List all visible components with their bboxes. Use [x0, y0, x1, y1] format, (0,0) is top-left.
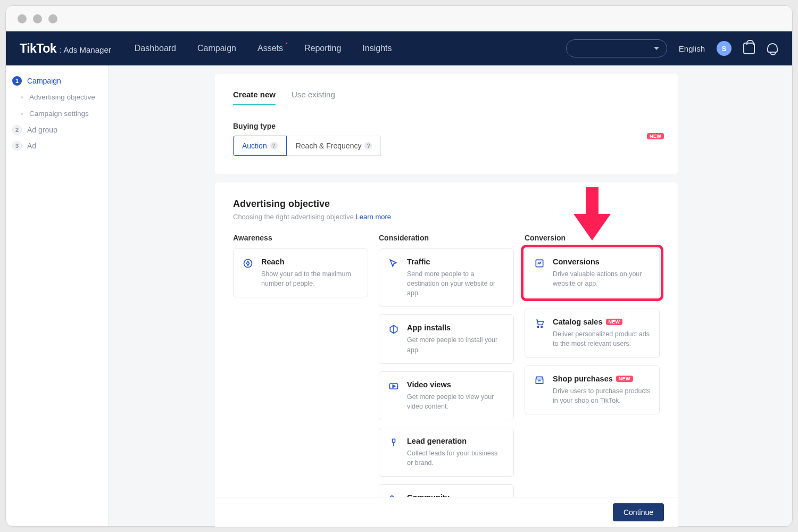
sidebar-step-campaign[interactable]: 1 Campaign [6, 73, 108, 89]
card-desc: Deliver personalized product ads to the … [553, 329, 651, 348]
objective-conversions[interactable]: Conversions Drive valuable actions on yo… [525, 248, 660, 297]
browser-window: TikTok : Ads Manager Dashboard Campaign … [5, 5, 793, 527]
tab-create-new[interactable]: Create new [233, 90, 276, 105]
col-conversion: Conversion Conversions Drive valuable ac… [525, 234, 660, 526]
info-icon[interactable]: ? [364, 142, 372, 149]
window-dot [48, 14, 57, 23]
buying-type-segmented: Auction ? Reach & Frequency ? NEW [233, 136, 660, 156]
card-desc: Drive users to purchase products in your… [553, 386, 651, 405]
logo-text: TikTok [20, 41, 56, 56]
objective-video-views[interactable]: Video views Get more people to view your… [379, 371, 514, 420]
new-badge: NEW [647, 130, 664, 140]
learn-more-link[interactable]: Learn more [356, 213, 391, 221]
sidebar-step-adgroup[interactable]: 2 Ad group [6, 122, 108, 138]
card-title: Video views [407, 380, 505, 389]
nav-campaign[interactable]: Campaign [197, 44, 236, 53]
window-titlebar [6, 6, 792, 31]
svg-point-6 [541, 327, 543, 328]
card-desc: Get more people to install your app. [407, 335, 505, 354]
page: 1 Campaign Advertising objective Campaig… [6, 65, 792, 526]
col-title: Awareness [233, 234, 368, 242]
card-title: Catalog sales NEW [553, 318, 651, 326]
continue-button[interactable]: Continue [613, 503, 664, 521]
annotation-arrow-icon [573, 187, 611, 240]
objective-catalog-sales[interactable]: Catalog sales NEW Deliver personalized p… [525, 309, 660, 358]
card-title: Traffic [407, 257, 505, 266]
lead-gen-icon [388, 437, 400, 448]
main-content: Create new Use existing Buying type Auct… [109, 65, 792, 526]
objective-traffic[interactable]: Traffic Send more people to a destinatio… [379, 248, 514, 307]
buying-auction-button[interactable]: Auction ? [233, 136, 287, 156]
nav-assets[interactable]: Assets• [257, 44, 283, 53]
nav-reporting[interactable]: Reporting [304, 44, 341, 53]
col-awareness: Awareness Reach Show your ad to the maxi… [233, 234, 368, 526]
nav-insights[interactable]: Insights [362, 44, 392, 53]
annotation-highlight: Conversions Drive valuable actions on yo… [525, 245, 660, 301]
buying-reach-button[interactable]: Reach & Frequency ? [287, 136, 381, 156]
top-nav: TikTok : Ads Manager Dashboard Campaign … [6, 31, 792, 65]
nav-right: English S [566, 39, 778, 57]
step-label: Ad group [27, 126, 57, 134]
create-tabs: Create new Use existing [233, 90, 660, 106]
reach-icon [242, 257, 254, 269]
logo[interactable]: TikTok : Ads Manager [20, 41, 111, 56]
step-number: 1 [12, 76, 22, 86]
window-dot [33, 14, 42, 23]
video-views-icon [388, 380, 400, 392]
col-consideration: Consideration Traffic Send more people t… [379, 234, 514, 526]
nav-items: Dashboard Campaign Assets• Reporting Ins… [135, 44, 392, 53]
account-select[interactable] [566, 39, 667, 57]
assets-notification-dot: • [285, 40, 287, 46]
buying-type-label: Buying type [233, 122, 660, 130]
annotation-box: Conversions Drive valuable actions on yo… [521, 245, 663, 301]
notifications-icon[interactable] [767, 43, 778, 54]
card-desc: Drive valuable actions on your website o… [553, 269, 651, 288]
svg-point-5 [537, 327, 539, 328]
sidebar-step-ad[interactable]: 3 Ad [6, 138, 108, 154]
new-badge: NEW [606, 319, 623, 325]
info-icon[interactable]: ? [270, 142, 278, 149]
business-center-icon[interactable] [743, 43, 755, 54]
objective-card: Advertising objective Choosing the right… [215, 182, 678, 526]
traffic-icon [388, 257, 400, 269]
card-desc: Send more people to a destination on you… [407, 269, 505, 298]
step-label: Campaign [27, 77, 61, 85]
card-title: Reach [261, 257, 359, 266]
card-title: Shop purchases NEW [553, 375, 651, 383]
card-title: App installs [407, 323, 505, 332]
buying-card: Create new Use existing Buying type Auct… [215, 74, 678, 174]
catalog-sales-icon [534, 318, 545, 329]
objective-grid: Awareness Reach Show your ad to the maxi… [233, 234, 660, 526]
language-select[interactable]: English [679, 44, 705, 53]
sidebar-sub-objective[interactable]: Advertising objective [6, 89, 108, 105]
window-dot [18, 14, 27, 23]
card-desc: Show your ad to the maximum number of pe… [261, 269, 359, 288]
sidebar: 1 Campaign Advertising objective Campaig… [6, 65, 109, 526]
tab-use-existing[interactable]: Use existing [292, 90, 335, 105]
card-title: Lead generation [407, 437, 505, 445]
continue-bar: Continue [215, 497, 678, 527]
app-installs-icon [388, 323, 400, 335]
conversions-icon [534, 257, 545, 269]
objective-reach[interactable]: Reach Show your ad to the maximum number… [233, 248, 368, 297]
step-number: 2 [12, 125, 22, 135]
nav-dashboard[interactable]: Dashboard [135, 44, 176, 53]
step-number: 3 [12, 141, 22, 151]
avatar[interactable]: S [717, 41, 732, 56]
step-label: Ad [27, 142, 36, 150]
objective-lead-generation[interactable]: Lead generation Collect leads for your b… [379, 428, 514, 477]
new-badge: NEW [616, 376, 633, 382]
card-desc: Collect leads for your business or brand… [407, 448, 505, 468]
card-desc: Get more people to view your video conte… [407, 392, 505, 411]
col-title: Consideration [379, 234, 514, 242]
objective-shop-purchases[interactable]: Shop purchases NEW Drive users to purcha… [525, 365, 660, 414]
card-title: Conversions [553, 257, 651, 266]
shop-icon [534, 375, 545, 386]
sidebar-sub-settings[interactable]: Campaign settings [6, 105, 108, 122]
objective-app-installs[interactable]: App installs Get more people to install … [379, 314, 514, 363]
logo-suffix: : Ads Manager [60, 45, 111, 54]
